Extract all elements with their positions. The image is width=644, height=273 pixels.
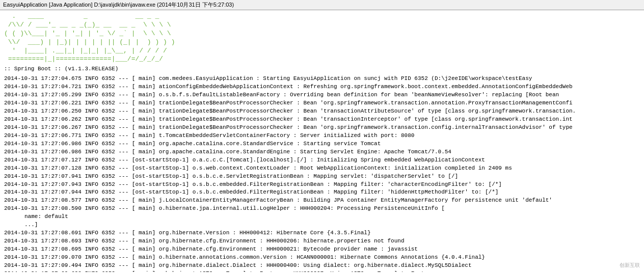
logo-line2: /\\/ / ___'_ __ _ _(_)_ __ __ _ \ \ \ \ xyxy=(4,21,640,30)
watermark: 创新互联 xyxy=(620,262,640,269)
log-line: 2014-10-31 17:27:04.721 INFO 6352 --- [ … xyxy=(4,83,640,91)
log-container: 2014-10-31 17:27:04.675 INFO 6352 --- [ … xyxy=(4,75,640,272)
log-line: 2014-10-31 17:27:04.675 INFO 6352 --- [ … xyxy=(4,75,640,83)
logo-line4: \\/ ___) | |_)| | | | | || (_| | ) ) ) ) xyxy=(4,38,640,47)
log-line: 2014-10-31 17:27:09.628 INFO 6352 --- [ … xyxy=(4,270,640,272)
console-area: . ____ _ __ _ _ /\\/ / ___'_ __ _ _(_)_ … xyxy=(0,10,644,272)
log-line: 2014-10-31 17:27:06.267 INFO 6352 --- [ … xyxy=(4,124,640,132)
tagline-text: :: Spring Boot :: (v1.1.3.RELEASE) xyxy=(4,66,118,72)
log-line: 2014-10-31 17:27:05.299 INFO 6352 --- [ … xyxy=(4,91,640,99)
log-line: 2014-10-31 17:27:09.494 INFO 6352 --- [ … xyxy=(4,262,640,270)
log-line: 2014-10-31 17:27:06.262 INFO 6352 --- [ … xyxy=(4,116,640,124)
log-line: 2014-10-31 17:27:08.577 INFO 6352 --- [ … xyxy=(4,197,640,205)
title-bar: EasyuiApplication [Java Application] D:\… xyxy=(0,0,644,10)
title-text: EasyuiApplication [Java Application] D:\… xyxy=(3,2,234,8)
log-line: 2014-10-31 17:27:06.986 INFO 6352 --- [ … xyxy=(4,148,640,156)
log-line: 2014-10-31 17:27:07.128 INFO 6352 --- [o… xyxy=(4,165,640,173)
spring-tagline: :: Spring Boot :: (v1.1.3.RELEASE) xyxy=(4,66,640,72)
log-line: 2014-10-31 17:27:08.590 INFO 6352 --- [ … xyxy=(4,205,640,213)
log-line: 2014-10-31 17:27:08.693 INFO 6352 --- [ … xyxy=(4,237,640,245)
log-line: 2014-10-31 17:27:09.070 INFO 6352 --- [ … xyxy=(4,254,640,262)
log-line: 2014-10-31 17:27:07.943 INFO 6352 --- [o… xyxy=(4,181,640,189)
logo-line1: . ____ _ __ _ _ xyxy=(4,12,640,21)
log-line: name: default xyxy=(4,213,640,221)
logo-line5: ' |____| .__|_| |_|_| |_\__, | / / / / xyxy=(4,47,640,56)
logo-line3: ( ( )\\___| '_ | '_| | '_ \/ _` | \ \ \ … xyxy=(4,30,640,38)
log-line: 2014-10-31 17:27:06.221 INFO 6352 --- [ … xyxy=(4,99,640,107)
log-line: 2014-10-31 17:27:07.127 INFO 6352 --- [o… xyxy=(4,156,640,165)
log-line: 2014-10-31 17:27:06.250 INFO 6352 --- [ … xyxy=(4,107,640,116)
log-line: 2014-10-31 17:27:07.941 INFO 6352 --- [o… xyxy=(4,173,640,181)
log-line: 2014-10-31 17:27:06.771 INFO 6352 --- [ … xyxy=(4,132,640,140)
log-line: ...] xyxy=(4,221,640,229)
spring-logo: . ____ _ __ _ _ /\\/ / ___'_ __ _ _(_)_ … xyxy=(4,12,640,64)
logo-line6: =========|_|==============|___/=/_/_/_/ xyxy=(4,55,640,64)
log-line: 2014-10-31 17:27:06.986 INFO 6352 --- [ … xyxy=(4,140,640,148)
log-line: 2014-10-31 17:27:08.695 INFO 6352 --- [ … xyxy=(4,245,640,254)
log-line: 2014-10-31 17:27:08.691 INFO 6352 --- [ … xyxy=(4,229,640,237)
log-line: 2014-10-31 17:27:07.944 INFO 6352 --- [o… xyxy=(4,188,640,197)
